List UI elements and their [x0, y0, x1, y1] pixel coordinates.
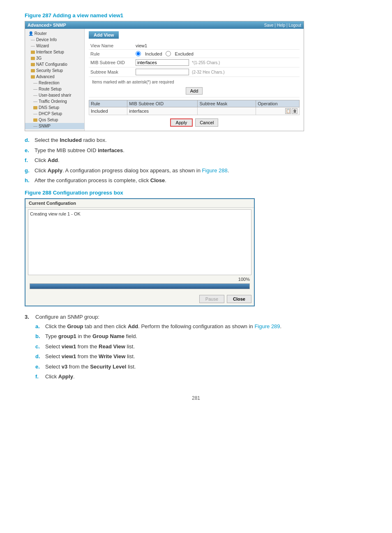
letter-f: f.	[25, 156, 32, 165]
col-rule: Rule	[89, 100, 127, 107]
operation-icons: 📋 🗑	[258, 108, 297, 114]
ui-body: 👤 Router —Device Info —Wizard Interface …	[25, 29, 304, 131]
row-subtree-mask	[198, 107, 256, 115]
instruction-h-text: After the configuration process is compl…	[35, 176, 166, 185]
view-name-row: View Name view1	[89, 42, 300, 50]
sidebar-item-dhcp[interactable]: —DHCP Setup	[25, 111, 84, 117]
sidebar-item-interface-setup[interactable]: Interface Setup	[25, 49, 84, 55]
folder-icon3	[31, 63, 35, 66]
sub-letter-d: d.	[35, 352, 43, 361]
mib-oid-label: MIB Subtree OID	[89, 58, 134, 67]
folder-icon5	[31, 75, 35, 79]
progress-percent: 100%	[28, 275, 251, 283]
topbar-links[interactable]: Save | Help | Logout	[264, 23, 301, 28]
instruction-g-text: Click Apply. A configuration progress di…	[35, 167, 229, 175]
sub-text-c: Select view1 from the Read View list.	[45, 343, 135, 351]
pause-button[interactable]: Pause	[199, 295, 224, 303]
view-name-value: view1	[134, 42, 300, 50]
folder-icon4	[31, 69, 35, 72]
subtree-mask-label: Subtree Mask	[89, 67, 134, 77]
sidebar-item-route-setup[interactable]: —Route Setup	[25, 86, 84, 92]
dash-icon4: —	[33, 87, 37, 91]
subtree-mask-input[interactable]	[136, 69, 189, 75]
section-3-number: 3.	[25, 314, 32, 383]
sub-item-d: d. Select view1 from the Write View list…	[35, 352, 281, 361]
letter-g: g.	[25, 167, 32, 175]
router-ui-287: Advanced> SNMP Save | Help | Logout 👤 Ro…	[25, 21, 304, 131]
inner-table-header-row: Rule MIB Subtree OID Subtree Mask Operat…	[89, 100, 300, 107]
letter-d: d.	[25, 136, 32, 144]
view-name-label: View Name	[89, 42, 134, 50]
sidebar-item-user-based[interactable]: —User-based sharir	[25, 92, 84, 98]
sub-letter-a: a.	[35, 322, 43, 331]
rule-label: Rule	[89, 50, 134, 58]
col-subtree-mask: Subtree Mask	[198, 100, 256, 107]
figure-288-link[interactable]: Figure 288	[202, 167, 228, 174]
excluded-radio[interactable]	[166, 51, 171, 56]
dash-icon7: —	[33, 111, 37, 116]
figure-289-link-a[interactable]: Figure 289	[254, 323, 280, 329]
delete-icon[interactable]: 🗑	[292, 108, 297, 114]
mib-hint: *(1-255 Chars.)	[192, 60, 220, 65]
sidebar-item-qos[interactable]: Qos Setup	[25, 117, 84, 123]
required-note-row: Items marked with an asterisk(*) are req…	[89, 77, 300, 97]
mib-oid-input[interactable]	[136, 59, 189, 66]
section-3-content: Configure an SNMP group: a. Click the Gr…	[35, 314, 281, 383]
subtree-mask-value: (2-32 Hex Chars.)	[134, 67, 300, 77]
sub-letter-b: b.	[35, 332, 43, 341]
add-view-button[interactable]: Add View	[89, 31, 119, 39]
section-3-text: Configure an SNMP group:	[35, 314, 99, 320]
sub-item-f: f. Click Apply.	[35, 373, 281, 381]
instruction-d: d. Select the Included radio box.	[25, 136, 367, 144]
sub-item-e: e. Select v3 from the Security Level lis…	[35, 363, 281, 371]
sub-text-f: Click Apply.	[45, 373, 75, 381]
sub-text-b: Type group1 in the Group Name field.	[45, 332, 137, 341]
instruction-h: h. After the configuration process is co…	[25, 176, 367, 185]
sidebar-item-wizard[interactable]: —Wizard	[25, 43, 84, 49]
instruction-f: f. Click Add.	[25, 156, 367, 165]
folder-icon2	[31, 57, 35, 60]
sub-text-e: Select v3 from the Security Level list.	[45, 363, 136, 371]
progress-bar-fill	[30, 284, 249, 289]
sub-item-b: b. Type group1 in the Group Name field.	[35, 332, 281, 341]
view-name-text: view1	[136, 43, 147, 48]
sidebar-item-traffic[interactable]: —Traffic Ordering	[25, 98, 84, 104]
section-3: 3. Configure an SNMP group: a. Click the…	[25, 314, 367, 383]
instruction-e-text: Type the MIB subtree OID interfaces.	[35, 146, 125, 155]
copy-icon[interactable]: 📋	[285, 108, 291, 114]
sub-letter-c: c.	[35, 343, 43, 351]
sidebar-item-device-info[interactable]: —Device Info	[25, 37, 84, 43]
sidebar-item-dns[interactable]: DNS Setup	[25, 104, 84, 111]
sub-item-a: a. Click the Group tab and then click Ad…	[35, 322, 281, 331]
close-button[interactable]: Close	[227, 295, 251, 303]
add-button[interactable]: Add	[186, 87, 203, 95]
progress-content: Creating view rule 1 - OK 100%	[25, 208, 254, 293]
folder-icon	[31, 51, 35, 54]
letter-e: e.	[25, 146, 32, 155]
main-content: Add View View Name view1 Rule In	[85, 29, 304, 131]
included-radio[interactable]	[136, 51, 141, 56]
row-rule: Included	[89, 107, 127, 115]
inner-table: Rule MIB Subtree OID Subtree Mask Operat…	[89, 100, 300, 115]
sidebar-item-router[interactable]: 👤 Router	[25, 30, 84, 37]
sidebar-item-nat[interactable]: NAT Configuratio	[25, 61, 84, 67]
mib-oid-value: *(1-255 Chars.)	[134, 58, 300, 67]
sidebar-item-snmp[interactable]: —SNMP	[25, 123, 84, 129]
required-note: Items marked with an asterisk(*) are req…	[90, 78, 298, 86]
progress-log-text: Creating view rule 1 - OK	[30, 211, 81, 216]
sidebar: 👤 Router —Device Info —Wizard Interface …	[25, 29, 85, 131]
row-operation: 📋 🗑	[256, 107, 300, 115]
sidebar-item-3g[interactable]: 3G	[25, 55, 84, 61]
form-table: View Name view1 Rule Included Ex	[89, 42, 300, 97]
instruction-d-text: Select the Included radio box.	[35, 136, 107, 144]
sidebar-item-security[interactable]: Security Setup	[25, 67, 84, 74]
router-icon: 👤	[28, 31, 33, 36]
col-mib-subtree-oid: MIB Subtree OID	[127, 100, 198, 107]
rule-value: Included Excluded	[134, 50, 300, 58]
sidebar-item-redirection[interactable]: —Redirection	[25, 80, 84, 86]
dash-icon2: —	[31, 44, 35, 48]
apply-button[interactable]: Apply	[170, 118, 193, 127]
cancel-button[interactable]: Cancel	[195, 118, 218, 127]
dash-icon3: —	[33, 81, 37, 85]
sidebar-item-advanced[interactable]: Advanced	[25, 74, 84, 80]
